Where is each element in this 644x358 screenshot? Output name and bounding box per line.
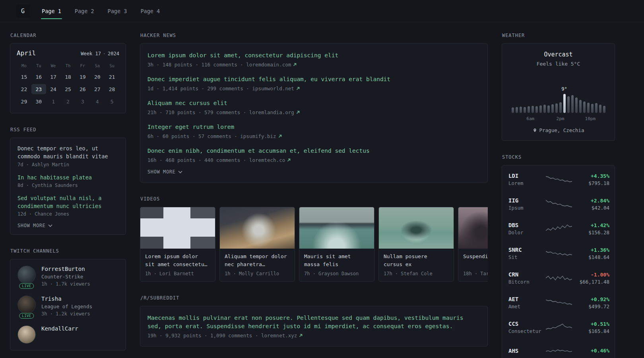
- video-card[interactable]: Lorem ipsum dolor sit amet consectetu… 1…: [140, 207, 215, 282]
- hn-item-meta: 1d · 1,414 points · 299 comments · ipsum…: [147, 86, 480, 91]
- calendar-day-outside: 2: [61, 96, 76, 107]
- avatar: [17, 296, 36, 314]
- app-logo[interactable]: G: [16, 4, 30, 18]
- rss-show-more-button[interactable]: SHOW MORE: [17, 223, 118, 228]
- time-label: 6am: [526, 116, 534, 121]
- video-card[interactable]: Nullam posuere cursus ex 17h · Stefan Co…: [378, 207, 454, 282]
- video-title: Nullam posuere cursus ex: [384, 253, 449, 268]
- video-card[interactable]: Suspendisse diam 18h · Tara: [458, 207, 488, 282]
- rss-section-title: RSS FEED: [10, 127, 126, 132]
- stock-values: +0.92% $499.72: [573, 296, 609, 309]
- rss-widget: RSS FEED Donec tempor eros leo, ut commo…: [10, 127, 126, 235]
- stock-row[interactable]: IIG Ipsum +2.84% $42.04: [508, 192, 608, 216]
- stock-sparkline: [545, 321, 573, 333]
- external-link-icon: [296, 111, 300, 114]
- stock-row[interactable]: DBS Dolor +1.42% $156.28: [508, 216, 608, 241]
- hn-item-title[interactable]: Lorem ipsum dolor sit amet, consectetur …: [147, 51, 480, 60]
- external-link-icon: [296, 87, 300, 90]
- external-link-icon: [293, 63, 297, 66]
- tab-page-1[interactable]: Page 1: [41, 0, 62, 22]
- calendar-day: 27: [90, 84, 105, 94]
- twitch-channel[interactable]: LIVE Trisha League of Legends 3h · 1.2k …: [17, 296, 118, 317]
- stock-symbol: LDI: [508, 173, 545, 179]
- stock-id: IIG Ipsum: [508, 197, 545, 211]
- subreddit-post-title[interactable]: Maecenas mollis pulvinar erat non posuer…: [147, 314, 480, 331]
- calendar-day: 18: [61, 72, 76, 82]
- stock-id: DBS Dolor: [508, 222, 545, 235]
- stock-row[interactable]: CCS Consectetur +0.51% $165.84: [508, 315, 608, 340]
- stock-sparkline: [545, 297, 573, 309]
- stock-change: +1.36%: [573, 247, 609, 253]
- rss-item: Donec tempor eros leo, ut commodo mauris…: [17, 144, 118, 167]
- video-meta: 7h · Grayson Dawson: [304, 271, 369, 276]
- tab-page-2[interactable]: Page 2: [74, 0, 95, 22]
- calendar-day-outside: 5: [105, 96, 119, 107]
- stock-row[interactable]: CRN Bitcorn -1.00% $66,171.48: [508, 266, 608, 290]
- hn-show-more-button[interactable]: SHOW MORE: [147, 169, 480, 175]
- stock-row[interactable]: AET Amet +0.92% $499.72: [508, 290, 608, 315]
- avatar: [17, 266, 36, 284]
- stock-row[interactable]: AHS +0.46%: [508, 340, 608, 358]
- external-link-icon: [287, 158, 291, 162]
- stock-spark-wrap: [545, 297, 573, 309]
- stock-change: +4.35%: [573, 173, 609, 179]
- stock-spark-wrap: [545, 272, 573, 284]
- video-card-body: Mauris sit amet massa felis 7h · Grayson…: [299, 249, 374, 281]
- stock-sparkline: [545, 272, 573, 284]
- channel-name[interactable]: ForrestBurton: [41, 266, 90, 272]
- stock-symbol: AET: [508, 296, 545, 302]
- video-meta: 18h · Tara: [463, 271, 488, 276]
- stock-change: +0.51%: [573, 321, 609, 327]
- stock-row[interactable]: LDI Lorem +4.35% $795.18: [508, 167, 608, 192]
- weather-time-axis: 6am 2pm 10pm: [508, 116, 608, 122]
- video-card-body: Aliquam tempor dolor nec pharetra… 1h · …: [220, 249, 295, 281]
- twitch-channel[interactable]: LIVE ForrestBurton Counter-Strike 1h · 1…: [17, 266, 118, 287]
- time-label: 2pm: [557, 116, 564, 121]
- video-meta: 1h · Lori Barnett: [145, 271, 210, 276]
- hn-item-meta: 3h · 148 points · 116 comments · loremdo…: [147, 62, 480, 68]
- channel-avatar-wrap: LIVE: [17, 296, 36, 317]
- videos-section-title: VIDEOS: [140, 196, 487, 202]
- calendar-section-title: CALENDAR: [10, 33, 126, 38]
- weather-widget: WEATHER Overcast Feels like 5°C 9° 6am 2…: [502, 33, 615, 141]
- hn-item-title[interactable]: Donec enim nibh, condimentum et accumsan…: [147, 147, 480, 155]
- hacker-news-section-title: HACKER NEWS: [140, 33, 487, 38]
- rss-item-title[interactable]: Donec tempor eros leo, ut commodo mauris…: [17, 144, 118, 161]
- avatar: [17, 325, 36, 344]
- stock-row[interactable]: SNRC Sit +1.36% $148.64: [508, 241, 608, 266]
- stock-symbol: AHS: [508, 348, 545, 354]
- top-nav: G Page 1 Page 2 Page 3 Page 4: [0, 0, 644, 22]
- hn-item-title[interactable]: Aliquam nec cursus elit: [147, 99, 480, 107]
- channel-name[interactable]: KendallCarr: [41, 325, 78, 332]
- hn-item: Donec imperdiet augue tincidunt felis al…: [147, 75, 480, 91]
- calendar-day-outside: 3: [75, 96, 90, 107]
- hn-item-meta: 21h · 710 points · 579 comments · loreml…: [147, 109, 480, 115]
- video-title: Suspendisse diam: [463, 253, 488, 268]
- hn-item-title[interactable]: Integer eget rutrum lorem: [147, 123, 480, 131]
- tab-page-4[interactable]: Page 4: [140, 0, 161, 22]
- dashboard-grid: CALENDAR April Week 17·2024 Mo Tu We Th …: [0, 22, 644, 358]
- video-card[interactable]: Aliquam tempor dolor nec pharetra… 1h · …: [219, 207, 295, 282]
- calendar-days-grid: 15 16 17 18 19 20 21 22 23 24 25 26 27 2…: [17, 72, 119, 107]
- subreddit-panel: Maecenas mollis pulvinar erat non posuer…: [140, 306, 488, 346]
- chevron-down-icon: [178, 171, 182, 173]
- stock-symbol: CRN: [508, 271, 545, 278]
- stock-name: Consectetur: [508, 328, 545, 334]
- stock-spark-wrap: [545, 198, 573, 210]
- external-link-icon: [278, 134, 282, 138]
- tab-page-3[interactable]: Page 3: [107, 0, 128, 22]
- dow-label: Sa: [90, 63, 105, 68]
- stock-change: +0.92%: [573, 296, 609, 302]
- hacker-news-panel: Lorem ipsum dolor sit amet, consectetur …: [140, 43, 488, 183]
- calendar-day: 16: [31, 72, 46, 82]
- video-row: Lorem ipsum dolor sit amet consectetu… 1…: [140, 207, 488, 282]
- twitch-channel[interactable]: KendallCarr: [17, 325, 118, 344]
- rss-item-title[interactable]: Sed volutpat nulla nisl, a condimentum n…: [17, 194, 118, 210]
- rss-item: Sed volutpat nulla nisl, a condimentum n…: [17, 194, 118, 217]
- channel-avatar-wrap: [17, 325, 36, 344]
- rss-item-title[interactable]: In hac habitasse platea: [17, 173, 118, 181]
- channel-name[interactable]: Trisha: [41, 296, 92, 302]
- calendar-month: April: [17, 49, 36, 57]
- hn-item-title[interactable]: Donec imperdiet augue tincidunt felis al…: [147, 75, 480, 84]
- video-card[interactable]: Mauris sit amet massa felis 7h · Grayson…: [299, 207, 374, 282]
